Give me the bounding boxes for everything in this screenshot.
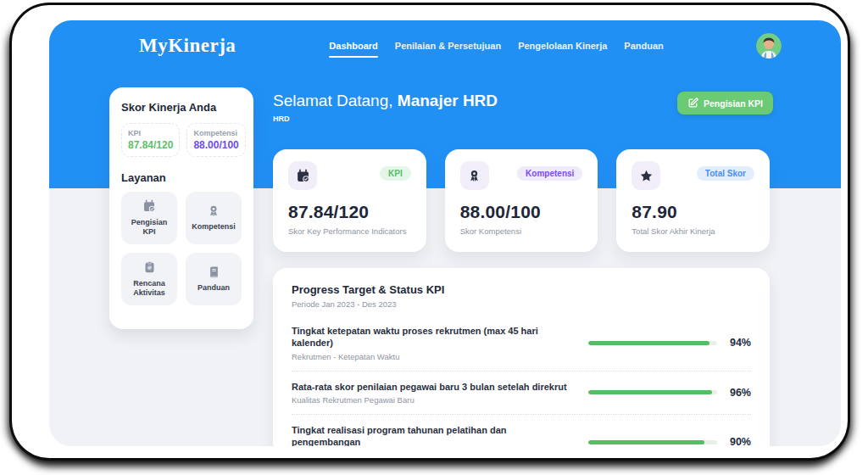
- progress-row: Rata-rata skor penilaian pegawai baru 3 …: [292, 371, 751, 414]
- kpi-item-category: Kualitas Rekrutmen Pegawai Baru: [292, 395, 576, 405]
- score-boxes: KPI 87.84/120 Kompetensi 88.00/100: [121, 123, 242, 157]
- progress-meter: 90%: [588, 436, 751, 446]
- nav-item-penilaian[interactable]: Penilaian & Persetujuan: [395, 36, 501, 56]
- user-role: HRD: [273, 115, 498, 123]
- medal-icon: [460, 161, 489, 190]
- book-icon: [208, 265, 220, 279]
- kompetensi-badge: Kompetensi: [517, 166, 582, 181]
- app-window: MyKinerja Dashboard Penilaian & Persetuj…: [49, 20, 841, 446]
- kompetensi-score-value: 88.00/100: [193, 139, 238, 151]
- star-icon: [632, 161, 660, 190]
- top-nav: MyKinerja Dashboard Penilaian & Persetuj…: [49, 20, 841, 71]
- total-skor-badge: Total Skor: [697, 166, 754, 181]
- kompetensi-score-box: Kompetensi 88.00/100: [186, 123, 245, 157]
- kompetensi-stat-card: Kompetensi 88.00/100 Skor Kompetensi: [445, 149, 598, 252]
- kpi-score-label: KPI: [128, 129, 173, 137]
- welcome-section: Selamat Datang, Manajer HRD HRD Pengisia…: [273, 92, 773, 123]
- kompetensi-score-label: Kompetensi: [193, 129, 238, 137]
- device-frame: MyKinerja Dashboard Penilaian & Persetuj…: [12, 5, 848, 458]
- score-sidebar-card: Skor Kinerja Anda KPI 87.84/120 Kompeten…: [109, 87, 253, 329]
- nav-item-panduan[interactable]: Panduan: [624, 36, 663, 56]
- tile-label: Kompetensi: [192, 222, 236, 232]
- kompetensi-subtitle: Skor Kompetensi: [460, 226, 583, 236]
- service-tiles: Pengisian KPI Kompetensi Rencana Aktivit…: [121, 192, 242, 305]
- kompetensi-value: 88.00/100: [460, 202, 583, 222]
- progress-percent: 94%: [726, 337, 751, 349]
- progress-period: Periode Jan 2023 - Des 2023: [292, 299, 751, 309]
- tile-label: Pengisian KPI: [125, 218, 174, 238]
- edit-icon: [687, 98, 698, 109]
- progress-bar-track: [588, 390, 717, 394]
- kpi-item-title: Tingkat realisasi program tahunan pelati…: [292, 424, 576, 446]
- progress-percent: 90%: [726, 436, 751, 446]
- total-skor-value: 87.90: [632, 202, 754, 222]
- progress-card: Progress Target & Status KPI Periode Jan…: [273, 268, 770, 446]
- welcome-title: Selamat Datang, Manajer HRD: [273, 92, 498, 110]
- kpi-subtitle: Skor Key Performance Indicators: [288, 226, 411, 236]
- progress-bar-track: [588, 341, 717, 345]
- avatar-illustration: [756, 33, 782, 59]
- kpi-score-box: KPI 87.84/120: [121, 123, 180, 157]
- progress-bar-fill: [588, 440, 704, 444]
- nav-item-pengelolaan[interactable]: Pengelolaan Kinerja: [518, 36, 607, 56]
- progress-meter: 94%: [588, 337, 751, 349]
- progress-row: Tingkat ketepatan waktu proses rekrutmen…: [292, 316, 751, 371]
- kpi-item-category: Rekrutmen - Ketepatan Waktu: [292, 352, 576, 361]
- total-skor-stat-card: Total Skor 87.90 Total Skor Akhir Kinerj…: [616, 149, 770, 252]
- progress-bar-fill: [588, 341, 709, 345]
- progress-title: Progress Target & Status KPI: [292, 283, 751, 296]
- tile-pengisian-kpi[interactable]: Pengisian KPI: [121, 192, 177, 244]
- progress-row: Tingkat realisasi program tahunan pelati…: [292, 414, 751, 446]
- nav-links: Dashboard Penilaian & Persetujuan Pengel…: [329, 36, 756, 56]
- kpi-value: 87.84/120: [288, 202, 411, 222]
- calendar-check-icon: [142, 199, 156, 214]
- kpi-stat-card: KPI 87.84/120 Skor Key Performance Indic…: [273, 149, 426, 252]
- tile-label: Panduan: [198, 283, 230, 293]
- tile-kompetensi[interactable]: Kompetensi: [186, 192, 242, 244]
- tile-panduan[interactable]: Panduan: [186, 253, 242, 305]
- app-logo: MyKinerja: [139, 35, 236, 57]
- user-avatar[interactable]: [756, 33, 782, 59]
- calendar-check-icon: [288, 161, 317, 190]
- pengisian-kpi-button[interactable]: Pengisian KPI: [677, 92, 773, 115]
- progress-percent: 96%: [726, 387, 751, 399]
- progress-meter: 96%: [588, 387, 751, 399]
- nav-item-dashboard[interactable]: Dashboard: [329, 36, 377, 56]
- progress-rows: Tingkat ketepatan waktu proses rekrutmen…: [292, 316, 751, 446]
- welcome-greeting: Selamat Datang,: [273, 92, 393, 109]
- kpi-item-title: Tingkat ketepatan waktu proses rekrutmen…: [292, 325, 576, 349]
- progress-bar-fill: [588, 390, 712, 394]
- kpi-score-value: 87.84/120: [128, 139, 173, 151]
- welcome-user-name: Manajer HRD: [398, 92, 498, 109]
- score-card-title: Skor Kinerja Anda: [121, 101, 242, 114]
- tile-label: Rencana Aktivitas: [125, 279, 174, 299]
- services-title: Layanan: [121, 171, 242, 184]
- welcome-text: Selamat Datang, Manajer HRD HRD: [273, 92, 498, 123]
- kpi-item-title: Rata-rata skor penilaian pegawai baru 3 …: [292, 381, 576, 393]
- pengisian-kpi-button-label: Pengisian KPI: [704, 98, 763, 109]
- total-skor-subtitle: Total Skor Akhir Kinerja: [632, 226, 754, 236]
- kpi-badge: KPI: [380, 166, 411, 181]
- tile-rencana-aktivitas[interactable]: Rencana Aktivitas: [121, 253, 177, 305]
- clipboard-check-icon: [143, 260, 156, 275]
- progress-bar-track: [588, 440, 717, 444]
- stat-cards-row: KPI 87.84/120 Skor Key Performance Indic…: [273, 149, 770, 252]
- medal-icon: [207, 204, 220, 218]
